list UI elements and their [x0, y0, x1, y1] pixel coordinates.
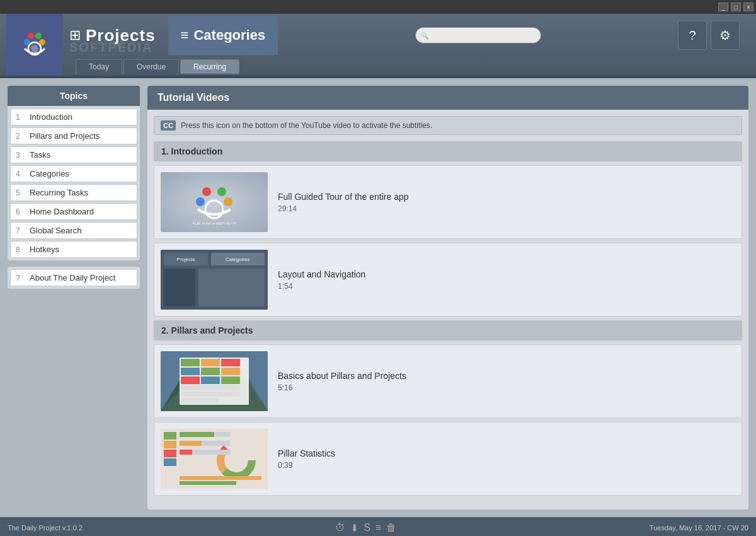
- svg-rect-50: [180, 476, 261, 480]
- video-info-layout: Layout and Navigation 1:54: [278, 269, 735, 291]
- thumb-stats-svg: [161, 429, 268, 489]
- svg-rect-40: [164, 458, 176, 466]
- thumb-logo-svg: THE DAILY PROJECT GUIDED TOUR: [189, 180, 239, 224]
- sidebar-item-home-dashboard[interactable]: 6 Home Dashboard: [10, 203, 137, 220]
- sidebar-item-introduction[interactable]: 1 Introduction: [10, 108, 137, 125]
- content-body[interactable]: CC Press this icon on the bottom of the …: [147, 110, 748, 510]
- svg-rect-31: [201, 376, 220, 384]
- item-num-1: 1: [16, 113, 25, 122]
- svg-rect-51: [180, 481, 236, 485]
- thumb-nav-svg: Projects Categories: [161, 250, 268, 310]
- item-label-recurring-tasks: Recurring Tasks: [30, 188, 88, 197]
- about-label: About The Daily Project: [30, 273, 115, 283]
- sidebar-item-pillars[interactable]: 2 Pillars and Projects: [10, 127, 137, 144]
- video-thumb-layout: Projects Categories: [161, 250, 268, 310]
- sidebar-item-global-search[interactable]: 7 Global Search: [10, 222, 137, 239]
- video-card-layout[interactable]: Projects Categories Layout and Navigatio…: [154, 243, 742, 317]
- item-label-hotkeys: Hotkeys: [30, 245, 59, 254]
- maximize-btn[interactable]: □: [731, 3, 741, 11]
- svg-point-8: [196, 197, 205, 206]
- item-label-tasks: Tasks: [30, 150, 50, 160]
- svg-point-1: [35, 33, 42, 39]
- svg-rect-49: [180, 450, 192, 455]
- close-btn[interactable]: ×: [743, 3, 753, 11]
- svg-rect-26: [221, 359, 240, 366]
- sidebar-item-hotkeys[interactable]: 8 Hotkeys: [10, 241, 137, 258]
- gear-icon: ⚙: [719, 28, 731, 43]
- svg-text:THE DAILY PROJECT: THE DAILY PROJECT: [192, 222, 237, 224]
- video-card-guided-tour[interactable]: THE DAILY PROJECT GUIDED TOUR Full Guide…: [154, 165, 742, 239]
- video-title-statistics: Pillar Statistics: [278, 448, 735, 458]
- svg-rect-47: [180, 441, 202, 446]
- sidebar-item-categories[interactable]: 4 Categories: [10, 165, 137, 182]
- item-num-2: 2: [16, 132, 25, 141]
- about-num: ?: [16, 274, 25, 283]
- svg-rect-33: [181, 385, 240, 390]
- settings-button[interactable]: ⚙: [711, 21, 740, 50]
- svg-rect-39: [164, 450, 176, 457]
- video-duration-layout: 1:54: [278, 282, 735, 291]
- nav-section: ⊞ Projects ≡ Categories ? ⚙ Today: [63, 16, 750, 74]
- trash-icon[interactable]: 🗑: [386, 522, 396, 533]
- tab-recurring[interactable]: Recurring: [180, 59, 239, 74]
- svg-point-0: [28, 33, 34, 39]
- sidebar-item-recurring-tasks[interactable]: 5 Recurring Tasks: [10, 184, 137, 201]
- sidebar: Topics 1 Introduction 2 Pillars and Proj…: [8, 86, 140, 510]
- search-input[interactable]: [415, 27, 541, 44]
- help-button[interactable]: ?: [678, 21, 707, 50]
- svg-rect-19: [198, 269, 265, 306]
- tab-today[interactable]: Today: [76, 59, 122, 74]
- video-thumb-guided-tour: THE DAILY PROJECT GUIDED TOUR: [161, 172, 268, 232]
- search-wrap: [415, 27, 541, 44]
- svg-text:Categories: Categories: [226, 257, 250, 262]
- svg-rect-25: [201, 359, 220, 366]
- video-card-basics[interactable]: Basics about Pillars and Projects 5:16: [154, 344, 742, 418]
- title-bar: _ □ ×: [0, 0, 756, 14]
- projects-icon: ⊞: [69, 27, 81, 44]
- svg-rect-29: [221, 368, 240, 375]
- projects-title: Projects: [86, 26, 156, 45]
- footer: The Daily Project v.1.0.2 ⏱ ⬇ S ≡ 🗑 Tues…: [0, 517, 756, 536]
- video-info-basics: Basics about Pillars and Projects 5:16: [278, 371, 735, 392]
- video-card-statistics[interactable]: Pillar Statistics 0:39: [154, 422, 742, 496]
- video-title-basics: Basics about Pillars and Projects: [278, 371, 735, 381]
- sidebar-items-list: 1 Introduction 2 Pillars and Projects 3 …: [8, 106, 140, 260]
- svg-rect-30: [181, 376, 200, 384]
- item-num-3: 3: [16, 151, 25, 160]
- item-label-categories: Categories: [30, 169, 69, 178]
- svg-point-5: [31, 45, 38, 52]
- categories-label: Categories: [193, 27, 265, 44]
- topics-header: Topics: [8, 86, 140, 106]
- minimize-btn[interactable]: _: [718, 3, 728, 11]
- categories-button[interactable]: ≡ Categories: [168, 16, 278, 55]
- svg-point-9: [224, 197, 232, 206]
- main-content: Topics 1 Introduction 2 Pillars and Proj…: [0, 78, 756, 517]
- categories-icon: ≡: [181, 27, 189, 44]
- content-header: Tutorial Videos: [147, 86, 748, 110]
- sync-icon[interactable]: S: [364, 522, 370, 533]
- clock-icon[interactable]: ⏱: [335, 522, 345, 533]
- download-icon[interactable]: ⬇: [350, 522, 358, 534]
- header: SOFTPEDIA ⊞ Projects ≡ Categories ? ⚙: [0, 14, 756, 76]
- header-actions: ? ⚙: [678, 21, 743, 50]
- video-duration-statistics: 0:39: [278, 461, 735, 470]
- svg-text:Projects: Projects: [177, 257, 195, 262]
- footer-icons: ⏱ ⬇ S ≡ 🗑: [335, 522, 396, 534]
- app-logo: [18, 28, 51, 61]
- projects-brand: ⊞ Projects: [69, 26, 156, 45]
- sidebar-item-tasks[interactable]: 3 Tasks: [10, 146, 137, 163]
- sidebar-item-about[interactable]: ? About The Daily Project: [10, 269, 137, 286]
- svg-rect-38: [164, 441, 176, 448]
- svg-point-7: [217, 187, 226, 196]
- section-pillars: 2. Pillars and Projects: [154, 320, 742, 341]
- video-thumb-basics: [161, 351, 268, 411]
- svg-rect-37: [164, 432, 176, 440]
- tab-overdue[interactable]: Overdue: [123, 59, 179, 74]
- svg-rect-45: [180, 432, 214, 437]
- item-num-7: 7: [16, 226, 25, 235]
- topics-panel: Topics 1 Introduction 2 Pillars and Proj…: [8, 86, 140, 260]
- logo-area: [6, 14, 63, 76]
- item-num-8: 8: [16, 245, 25, 254]
- svg-rect-35: [181, 398, 219, 403]
- list-icon[interactable]: ≡: [375, 522, 381, 533]
